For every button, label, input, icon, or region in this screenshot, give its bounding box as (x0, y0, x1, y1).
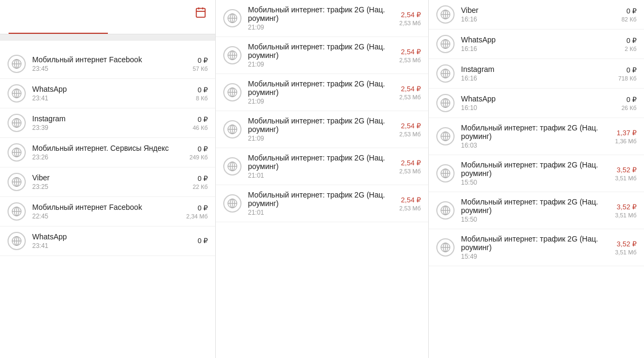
date-range-bar (0, 34, 215, 41)
item-price: 0 ₽ 8 Кб (196, 86, 208, 101)
tab-paid[interactable] (108, 25, 207, 34)
item-price: 0 ₽ 22 Кб (193, 174, 208, 190)
item-price: 0 ₽ 82 Кб (621, 7, 636, 23)
item-info: Мобильный интернет: трафик 2G (Нац. роум… (248, 5, 399, 31)
globe-icon (223, 194, 241, 213)
item-time: 21:01 (248, 209, 399, 216)
list-item[interactable]: Мобильный интернет: трафик 2G (Нац. роум… (429, 118, 644, 155)
item-price: 0 ₽ 2 Кб (625, 36, 636, 52)
calendar-icon[interactable] (195, 6, 207, 21)
item-price: 0 ₽ 46 Кб (193, 115, 208, 131)
header (0, 0, 215, 34)
item-info: Instagram 16:16 (461, 65, 618, 82)
item-price: 2,54 ₽ 2,53 Мб (399, 159, 421, 174)
list-item[interactable]: Мобильный интернет: трафик 2G (Нац. роум… (429, 229, 644, 266)
list-item[interactable]: Viber 16:16 0 ₽ 82 Кб (429, 0, 644, 30)
item-time: 16:16 (461, 16, 621, 23)
list-item[interactable]: Мобильный интернет: трафик 2G (Нац. роум… (216, 74, 428, 111)
globe-icon (8, 173, 26, 191)
globe-icon (436, 5, 455, 24)
item-name: Мобильный интернет: трафик 2G (Нац. роум… (248, 79, 399, 97)
item-price: 1,37 ₽ 1,36 Мб (615, 129, 636, 144)
item-name: WhatsApp (461, 35, 625, 44)
list-item[interactable]: Мобильный интернет: трафик 2G (Нац. роум… (216, 0, 428, 37)
item-name: Мобильный интернет: трафик 2G (Нац. роум… (461, 123, 615, 141)
price-data: 249 Кб (189, 154, 208, 160)
item-time: 23:26 (32, 154, 189, 161)
list-item[interactable]: WhatsApp 16:10 0 ₽ 26 Кб (429, 89, 644, 118)
price-data: 2,53 Мб (399, 168, 421, 174)
price-data: 2,53 Мб (399, 131, 421, 137)
list-item[interactable]: Мобильный интернет Facebook 22:45 0 ₽ 2,… (0, 197, 215, 227)
globe-icon (436, 35, 455, 53)
tab-all[interactable] (9, 25, 108, 34)
price-amount: 3,52 ₽ (615, 203, 636, 211)
price-amount: 0 ₽ (618, 66, 636, 74)
item-time: 22:45 (32, 213, 186, 220)
price-amount: 2,54 ₽ (399, 48, 421, 56)
item-info: Мобильный интернет: трафик 2G (Нац. роум… (248, 154, 399, 179)
list-item[interactable]: Мобильный интернет: трафик 2G (Нац. роум… (216, 185, 428, 222)
item-name: Мобильный интернет: трафик 2G (Нац. роум… (461, 198, 615, 215)
item-info: Мобильный интернет: трафик 2G (Нац. роум… (248, 116, 399, 142)
price-amount: 2,54 ₽ (399, 85, 421, 93)
globe-icon (223, 120, 241, 138)
globe-icon (436, 201, 455, 220)
list-item[interactable]: Мобильный интернет: трафик 2G (Нац. роум… (429, 155, 644, 192)
price-data: 46 Кб (193, 125, 208, 131)
globe-icon (223, 46, 241, 64)
list-item[interactable]: Instagram 16:16 0 ₽ 718 Кб (429, 59, 644, 89)
middle-panel: Мобильный интернет: трафик 2G (Нац. роум… (216, 0, 429, 358)
item-name: Мобильный интернет: трафик 2G (Нац. роум… (248, 5, 399, 23)
tabs (9, 25, 207, 34)
item-time: 15:50 (461, 216, 615, 223)
item-name: Viber (461, 6, 621, 14)
item-time: 16:16 (461, 75, 618, 82)
item-info: Мобильный интернет: трафик 2G (Нац. роум… (248, 42, 399, 68)
price-data: 3,51 Мб (615, 212, 636, 218)
list-item[interactable]: WhatsApp 23:41 0 ₽ (0, 227, 215, 256)
item-name: Мобильный интернет: трафик 2G (Нац. роум… (461, 160, 615, 178)
item-time: 23:41 (32, 94, 196, 102)
list-item[interactable]: Мобильный интернет: трафик 2G (Нац. роум… (216, 37, 428, 74)
item-info: Instagram 23:39 (32, 114, 193, 131)
globe-icon (8, 202, 26, 221)
list-item[interactable]: Мобильный интернет: трафик 2G (Нац. роум… (429, 192, 644, 229)
item-time: 23:45 (32, 65, 193, 72)
price-data: 3,51 Мб (615, 249, 636, 255)
price-data: 3,51 Мб (615, 175, 636, 181)
price-amount: 2,54 ₽ (399, 11, 421, 19)
svg-rect-0 (196, 9, 206, 17)
price-amount: 0 ₽ (189, 145, 208, 153)
price-data: 2,53 Мб (399, 205, 421, 211)
item-name: Мобильный интернет Facebook (32, 55, 193, 64)
list-item[interactable]: WhatsApp 23:41 0 ₽ 8 Кб (0, 79, 215, 108)
item-info: WhatsApp 16:16 (461, 35, 625, 53)
item-info: WhatsApp 16:10 (461, 94, 621, 112)
item-time: 15:49 (461, 253, 615, 260)
price-amount: 0 ₽ (197, 237, 208, 245)
list-item[interactable]: WhatsApp 16:16 0 ₽ 2 Кб (429, 30, 644, 59)
item-time: 21:09 (248, 24, 399, 31)
item-price: 0 ₽ 2,34 Мб (186, 204, 208, 220)
list-item[interactable]: Instagram 23:39 0 ₽ 46 Кб (0, 108, 215, 138)
list-item[interactable]: Мобильный интернет: трафик 2G (Нац. роум… (216, 148, 428, 185)
list-item[interactable]: Мобильный интернет Facebook 23:45 0 ₽ 57… (0, 49, 215, 79)
price-data: 2,34 Мб (186, 213, 208, 220)
item-name: Мобильный интернет: трафик 2G (Нац. роум… (248, 154, 399, 171)
item-time: 16:03 (461, 142, 615, 149)
price-amount: 3,52 ₽ (615, 240, 636, 248)
price-amount: 0 ₽ (193, 115, 208, 123)
item-name: Мобильный интернет: трафик 2G (Нац. роум… (248, 42, 399, 60)
price-data: 22 Кб (193, 184, 208, 190)
item-price: 2,54 ₽ 2,53 Мб (399, 85, 421, 100)
price-amount: 2,54 ₽ (399, 196, 421, 204)
item-info: Мобильный интернет Facebook 22:45 (32, 203, 186, 220)
price-data: 2,53 Мб (399, 20, 421, 26)
list-item[interactable]: Мобильный интернет: трафик 2G (Нац. роум… (216, 111, 428, 148)
globe-icon (8, 114, 26, 132)
list-item[interactable]: Viber 23:25 0 ₽ 22 Кб (0, 167, 215, 197)
item-time: 23:41 (32, 242, 197, 250)
list-item[interactable]: Мобильный интернет. Сервисы Яндекс 23:26… (0, 138, 215, 167)
item-name: Мобильный интернет Facebook (32, 203, 186, 211)
